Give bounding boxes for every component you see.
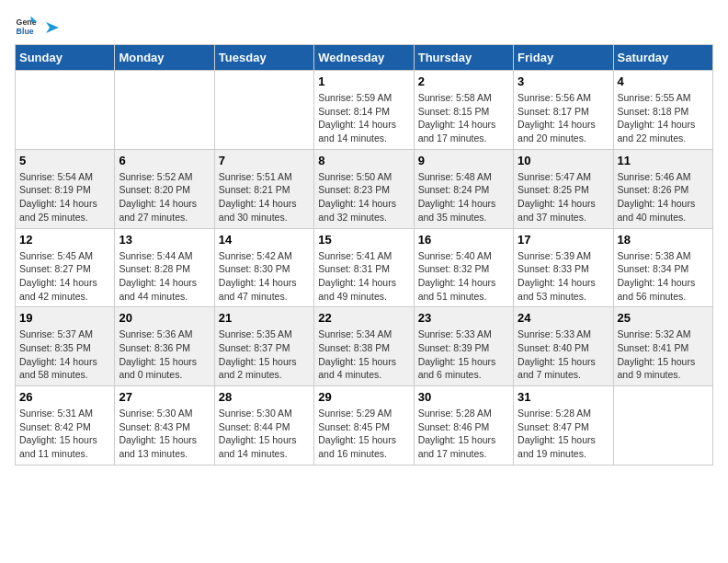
day-info: Sunrise: 5:30 AM Sunset: 8:44 PM Dayligh… — [219, 407, 310, 461]
calendar-cell: 14Sunrise: 5:42 AM Sunset: 8:30 PM Dayli… — [214, 228, 313, 307]
calendar-cell: 12Sunrise: 5:45 AM Sunset: 8:27 PM Dayli… — [16, 228, 115, 307]
day-header-tuesday: Tuesday — [214, 45, 313, 71]
day-info: Sunrise: 5:28 AM Sunset: 8:46 PM Dayligh… — [418, 407, 509, 461]
page-header: General Blue — [15, 15, 713, 37]
day-number: 10 — [518, 154, 609, 167]
day-number: 3 — [518, 75, 609, 88]
calendar-cell: 27Sunrise: 5:30 AM Sunset: 8:43 PM Dayli… — [115, 386, 214, 465]
day-number: 22 — [318, 311, 409, 325]
day-info: Sunrise: 5:44 AM Sunset: 8:28 PM Dayligh… — [119, 249, 210, 304]
calendar-cell: 7Sunrise: 5:51 AM Sunset: 8:21 PM Daylig… — [214, 149, 313, 228]
day-info: Sunrise: 5:41 AM Sunset: 8:31 PM Dayligh… — [318, 249, 409, 304]
calendar-cell: 24Sunrise: 5:33 AM Sunset: 8:40 PM Dayli… — [514, 307, 613, 386]
day-info: Sunrise: 5:42 AM Sunset: 8:30 PM Dayligh… — [219, 249, 310, 304]
day-number: 11 — [618, 154, 709, 167]
calendar-cell — [115, 71, 214, 150]
day-number: 31 — [518, 390, 609, 404]
calendar-cell: 13Sunrise: 5:44 AM Sunset: 8:28 PM Dayli… — [115, 228, 214, 307]
day-number: 2 — [418, 75, 509, 88]
day-number: 12 — [19, 233, 110, 247]
calendar-cell: 15Sunrise: 5:41 AM Sunset: 8:31 PM Dayli… — [314, 228, 414, 307]
calendar-cell: 18Sunrise: 5:38 AM Sunset: 8:34 PM Dayli… — [613, 228, 712, 307]
calendar-week-row: 5Sunrise: 5:54 AM Sunset: 8:19 PM Daylig… — [16, 149, 713, 228]
day-info: Sunrise: 5:54 AM Sunset: 8:19 PM Dayligh… — [19, 170, 110, 224]
day-info: Sunrise: 5:31 AM Sunset: 8:42 PM Dayligh… — [19, 407, 110, 461]
calendar-cell: 3Sunrise: 5:56 AM Sunset: 8:17 PM Daylig… — [514, 71, 613, 150]
day-info: Sunrise: 5:40 AM Sunset: 8:32 PM Dayligh… — [418, 249, 509, 304]
day-number: 5 — [19, 154, 110, 167]
calendar-cell: 6Sunrise: 5:52 AM Sunset: 8:20 PM Daylig… — [115, 149, 214, 228]
calendar-cell: 2Sunrise: 5:58 AM Sunset: 8:15 PM Daylig… — [414, 71, 513, 150]
day-header-thursday: Thursday — [414, 45, 513, 71]
day-info: Sunrise: 5:36 AM Sunset: 8:36 PM Dayligh… — [119, 327, 210, 382]
calendar-week-row: 1Sunrise: 5:59 AM Sunset: 8:14 PM Daylig… — [16, 71, 713, 150]
calendar-cell: 11Sunrise: 5:46 AM Sunset: 8:26 PM Dayli… — [613, 149, 712, 228]
day-number: 1 — [318, 75, 409, 88]
day-info: Sunrise: 5:38 AM Sunset: 8:34 PM Dayligh… — [618, 249, 709, 304]
calendar-cell: 4Sunrise: 5:55 AM Sunset: 8:18 PM Daylig… — [613, 71, 712, 150]
calendar-cell — [613, 386, 712, 465]
day-info: Sunrise: 5:46 AM Sunset: 8:26 PM Dayligh… — [618, 170, 709, 224]
day-number: 23 — [418, 311, 509, 325]
day-info: Sunrise: 5:48 AM Sunset: 8:24 PM Dayligh… — [418, 170, 509, 224]
day-number: 14 — [219, 233, 310, 247]
day-number: 16 — [418, 233, 509, 247]
calendar-cell: 28Sunrise: 5:30 AM Sunset: 8:44 PM Dayli… — [214, 386, 313, 465]
calendar-table: SundayMondayTuesdayWednesdayThursdayFrid… — [15, 44, 713, 465]
day-number: 21 — [219, 311, 310, 325]
day-number: 8 — [318, 154, 409, 167]
day-info: Sunrise: 5:59 AM Sunset: 8:14 PM Dayligh… — [318, 91, 409, 145]
day-number: 25 — [618, 311, 709, 325]
calendar-cell: 5Sunrise: 5:54 AM Sunset: 8:19 PM Daylig… — [16, 149, 115, 228]
day-header-sunday: Sunday — [16, 45, 115, 71]
calendar-cell: 21Sunrise: 5:35 AM Sunset: 8:37 PM Dayli… — [214, 307, 313, 386]
day-header-monday: Monday — [115, 45, 214, 71]
day-number: 18 — [618, 233, 709, 247]
calendar-week-row: 12Sunrise: 5:45 AM Sunset: 8:27 PM Dayli… — [16, 228, 713, 307]
calendar-cell: 16Sunrise: 5:40 AM Sunset: 8:32 PM Dayli… — [414, 228, 513, 307]
day-number: 4 — [618, 75, 709, 88]
calendar-cell: 30Sunrise: 5:28 AM Sunset: 8:46 PM Dayli… — [414, 386, 513, 465]
day-info: Sunrise: 5:45 AM Sunset: 8:27 PM Dayligh… — [19, 249, 110, 304]
day-info: Sunrise: 5:50 AM Sunset: 8:23 PM Dayligh… — [318, 170, 409, 224]
calendar-cell: 26Sunrise: 5:31 AM Sunset: 8:42 PM Dayli… — [16, 386, 115, 465]
calendar-cell — [16, 71, 115, 150]
day-number: 19 — [19, 311, 110, 325]
day-info: Sunrise: 5:58 AM Sunset: 8:15 PM Dayligh… — [418, 91, 509, 145]
calendar-cell: 23Sunrise: 5:33 AM Sunset: 8:39 PM Dayli… — [414, 307, 513, 386]
calendar-cell: 19Sunrise: 5:37 AM Sunset: 8:35 PM Dayli… — [16, 307, 115, 386]
day-header-saturday: Saturday — [613, 45, 712, 71]
day-info: Sunrise: 5:33 AM Sunset: 8:40 PM Dayligh… — [518, 327, 609, 382]
logo-arrow-icon — [42, 19, 59, 36]
day-number: 28 — [219, 390, 310, 404]
logo-icon: General Blue — [15, 15, 37, 37]
day-number: 24 — [518, 311, 609, 325]
day-info: Sunrise: 5:47 AM Sunset: 8:25 PM Dayligh… — [518, 170, 609, 224]
day-number: 29 — [318, 390, 409, 404]
day-number: 27 — [119, 390, 210, 404]
calendar-cell: 9Sunrise: 5:48 AM Sunset: 8:24 PM Daylig… — [414, 149, 513, 228]
calendar-header-row: SundayMondayTuesdayWednesdayThursdayFrid… — [16, 45, 713, 71]
day-header-friday: Friday — [514, 45, 613, 71]
calendar-cell: 25Sunrise: 5:32 AM Sunset: 8:41 PM Dayli… — [613, 307, 712, 386]
day-number: 20 — [119, 311, 210, 325]
calendar-cell: 8Sunrise: 5:50 AM Sunset: 8:23 PM Daylig… — [314, 149, 414, 228]
day-number: 13 — [119, 233, 210, 247]
day-number: 26 — [19, 390, 110, 404]
calendar-cell: 20Sunrise: 5:36 AM Sunset: 8:36 PM Dayli… — [115, 307, 214, 386]
calendar-cell: 22Sunrise: 5:34 AM Sunset: 8:38 PM Dayli… — [314, 307, 414, 386]
day-info: Sunrise: 5:33 AM Sunset: 8:39 PM Dayligh… — [418, 327, 509, 382]
day-info: Sunrise: 5:51 AM Sunset: 8:21 PM Dayligh… — [219, 170, 310, 224]
day-info: Sunrise: 5:34 AM Sunset: 8:38 PM Dayligh… — [318, 327, 409, 382]
day-number: 9 — [418, 154, 509, 167]
day-info: Sunrise: 5:55 AM Sunset: 8:18 PM Dayligh… — [618, 91, 709, 145]
day-info: Sunrise: 5:30 AM Sunset: 8:43 PM Dayligh… — [119, 407, 210, 461]
day-info: Sunrise: 5:37 AM Sunset: 8:35 PM Dayligh… — [19, 327, 110, 382]
calendar-week-row: 19Sunrise: 5:37 AM Sunset: 8:35 PM Dayli… — [16, 307, 713, 386]
calendar-cell: 17Sunrise: 5:39 AM Sunset: 8:33 PM Dayli… — [514, 228, 613, 307]
day-info: Sunrise: 5:56 AM Sunset: 8:17 PM Dayligh… — [518, 91, 609, 145]
calendar-cell: 29Sunrise: 5:29 AM Sunset: 8:45 PM Dayli… — [314, 386, 414, 465]
calendar-week-row: 26Sunrise: 5:31 AM Sunset: 8:42 PM Dayli… — [16, 386, 713, 465]
day-info: Sunrise: 5:32 AM Sunset: 8:41 PM Dayligh… — [618, 327, 709, 382]
day-number: 15 — [318, 233, 409, 247]
